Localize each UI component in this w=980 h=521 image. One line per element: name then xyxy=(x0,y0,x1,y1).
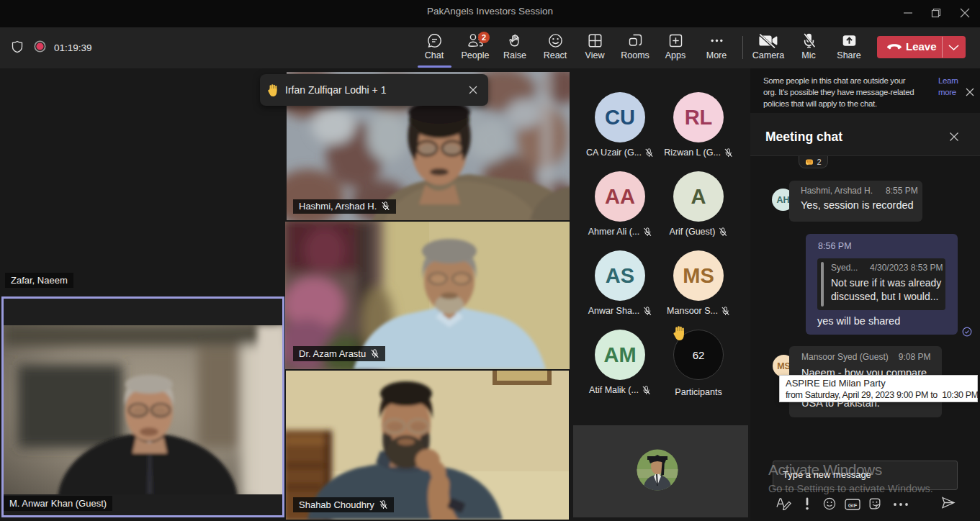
svg-text:GIF: GIF xyxy=(848,502,858,509)
